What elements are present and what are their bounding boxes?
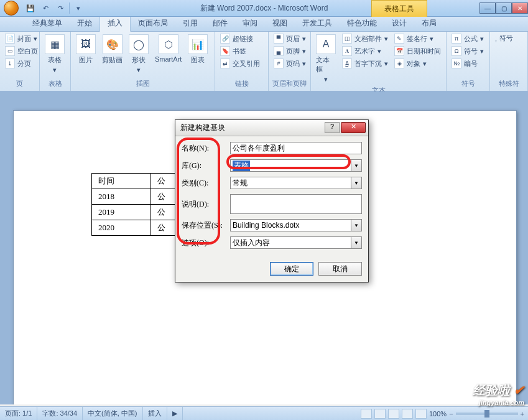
crossref-icon: ⇄: [220, 58, 230, 68]
group-header-footer: ▀页眉 ▾ ▄页脚 ▾ #页码 ▾ 页眉和页脚: [269, 32, 311, 91]
zoom-slider[interactable]: [456, 413, 518, 415]
wordart-icon: 𝐀: [342, 46, 352, 56]
blankpage-icon: ▭: [5, 46, 15, 56]
header-button[interactable]: ▀页眉 ▾: [271, 33, 308, 44]
tab-insert[interactable]: 插入: [100, 15, 131, 32]
object-button[interactable]: ◈对象 ▾: [392, 58, 443, 69]
picture-button[interactable]: 🖼图片: [73, 33, 98, 66]
tab-pagelayout[interactable]: 页面布局: [131, 16, 175, 31]
dialog-help-button[interactable]: ?: [325, 122, 340, 133]
clipart-icon: 🎨: [103, 34, 123, 54]
status-page[interactable]: 页面: 1/1: [0, 407, 37, 420]
header-icon: ▀: [274, 34, 284, 44]
page-break-button[interactable]: ⤓分页: [2, 58, 40, 69]
view-draft[interactable]: [415, 409, 427, 419]
table-button[interactable]: ▦表格▾: [42, 33, 67, 75]
equation-icon: π: [452, 34, 461, 44]
tab-references[interactable]: 引用: [175, 16, 205, 31]
pagenum-icon: #: [274, 58, 284, 68]
crossref-button[interactable]: ⇄交叉引用: [218, 58, 262, 69]
tab-home[interactable]: 开始: [70, 16, 100, 31]
tab-design[interactable]: 设计: [384, 16, 414, 31]
dropdown-arrow-icon[interactable]: ▼: [351, 177, 361, 189]
smartart-icon: ⬡: [159, 34, 178, 54]
textbox-button[interactable]: A文本框▾: [313, 33, 338, 85]
footer-button[interactable]: ▄页脚 ▾: [271, 45, 308, 57]
view-web[interactable]: [388, 409, 399, 419]
save-icon[interactable]: 💾: [24, 2, 37, 14]
smartart-button[interactable]: ⬡SmartArt: [152, 33, 184, 64]
qat-dropdown-icon[interactable]: ▾: [72, 2, 85, 14]
dialog-title-bar[interactable]: 新建构建基块 ? ✕: [175, 120, 368, 136]
symbol-icon: Ω: [452, 46, 461, 56]
group-text: A文本框▾ ◫文档部件 ▾ 𝐀艺术字 ▾ A̲首字下沉 ▾ ✎签名行 ▾ 📅日期…: [311, 32, 447, 91]
minimize-button[interactable]: —: [479, 2, 496, 14]
zoom-in-button[interactable]: +: [521, 410, 524, 418]
quickparts-button[interactable]: ◫文档部件 ▾: [340, 33, 391, 44]
textbox-icon: A: [316, 34, 336, 54]
dropdown-arrow-icon[interactable]: ▼: [351, 160, 361, 171]
group-links: 🔗超链接 🔖书签 ⇄交叉引用 链接: [215, 32, 269, 91]
quick-access-toolbar: 💾 ↶ ↷ ▾: [24, 2, 85, 14]
dialog-close-button[interactable]: ✕: [341, 122, 366, 133]
dropdown-arrow-icon[interactable]: ▼: [351, 237, 361, 248]
savein-select[interactable]: Building Blocks.dotx▼: [230, 219, 362, 231]
dropdown-arrow-icon[interactable]: ▼: [351, 220, 361, 231]
maximize-button[interactable]: ▢: [496, 2, 512, 14]
tab-developer[interactable]: 开发工具: [295, 16, 340, 31]
tab-review[interactable]: 审阅: [235, 16, 265, 31]
savein-label: 保存位置(S):: [182, 220, 230, 231]
options-select[interactable]: 仅插入内容▼: [230, 236, 362, 249]
tab-view[interactable]: 视图: [265, 16, 295, 31]
blank-page-button[interactable]: ▭空白页: [2, 45, 40, 57]
symbol-button[interactable]: Ω符号 ▾: [449, 45, 486, 57]
tab-mailings[interactable]: 邮件: [205, 16, 235, 31]
view-fullscreen[interactable]: [374, 409, 386, 419]
chart-button[interactable]: 📊图表: [185, 33, 210, 66]
clipart-button[interactable]: 🎨剪贴画: [100, 33, 125, 66]
tab-special[interactable]: 特色功能: [340, 16, 384, 31]
hyperlink-icon: 🔗: [220, 34, 230, 44]
bookmark-button[interactable]: 🔖书签: [218, 45, 262, 57]
title-bar: 💾 ↶ ↷ ▾ 新建 Word 2007.docx - Microsoft Wo…: [0, 0, 528, 17]
equation-button[interactable]: π公式 ▾: [449, 33, 486, 44]
datetime-button[interactable]: 📅日期和时间: [392, 45, 443, 57]
signature-button[interactable]: ✎签名行 ▾: [392, 33, 443, 44]
view-print-layout[interactable]: [361, 409, 372, 419]
cover-page-button[interactable]: 📄封面 ▾: [2, 33, 40, 44]
wordart-button[interactable]: 𝐀艺术字 ▾: [340, 45, 391, 57]
hyperlink-button[interactable]: 🔗超链接: [218, 33, 262, 44]
cancel-button[interactable]: 取消: [318, 262, 362, 276]
name-input[interactable]: [230, 142, 362, 154]
group-special: , 符号 特殊符: [490, 32, 528, 91]
table-icon: ▦: [45, 34, 65, 54]
dropcap-button[interactable]: A̲首字下沉 ▾: [340, 58, 391, 69]
zoom-level[interactable]: 100%: [429, 410, 447, 418]
status-language[interactable]: 中文(简体, 中国): [83, 407, 142, 420]
close-button[interactable]: ✕: [512, 2, 528, 14]
shapes-button[interactable]: ◯形状▾: [126, 33, 151, 75]
group-table: ▦表格▾ 表格: [40, 32, 71, 91]
gallery-select[interactable]: 表格▼: [230, 159, 362, 172]
category-select[interactable]: 常规▼: [230, 177, 362, 189]
redo-icon[interactable]: ↷: [54, 2, 67, 14]
office-button[interactable]: [2, 0, 21, 17]
description-label: 说明(D):: [182, 199, 230, 210]
zoom-out-button[interactable]: −: [449, 410, 453, 418]
tab-layout[interactable]: 布局: [414, 16, 444, 31]
description-input[interactable]: [230, 194, 362, 214]
undo-icon[interactable]: ↶: [39, 2, 52, 14]
name-label: 名称(N):: [182, 143, 230, 154]
status-macro-icon[interactable]: ▶: [167, 407, 183, 420]
pagenum-button[interactable]: #页码 ▾: [271, 58, 308, 69]
status-mode[interactable]: 插入: [143, 407, 167, 420]
ok-button[interactable]: 确定: [270, 262, 313, 276]
number-button[interactable]: №编号: [449, 58, 486, 69]
group-pages: 📄封面 ▾ ▭空白页 ⤓分页 页: [0, 32, 40, 91]
quickparts-icon: ◫: [342, 34, 352, 44]
picture-icon: 🖼: [76, 34, 96, 54]
special-symbol-button[interactable]: , 符号: [493, 33, 516, 44]
view-outline[interactable]: [402, 409, 413, 419]
tab-classic[interactable]: 经典菜单: [25, 16, 70, 31]
status-words[interactable]: 字数: 34/34: [37, 407, 83, 420]
